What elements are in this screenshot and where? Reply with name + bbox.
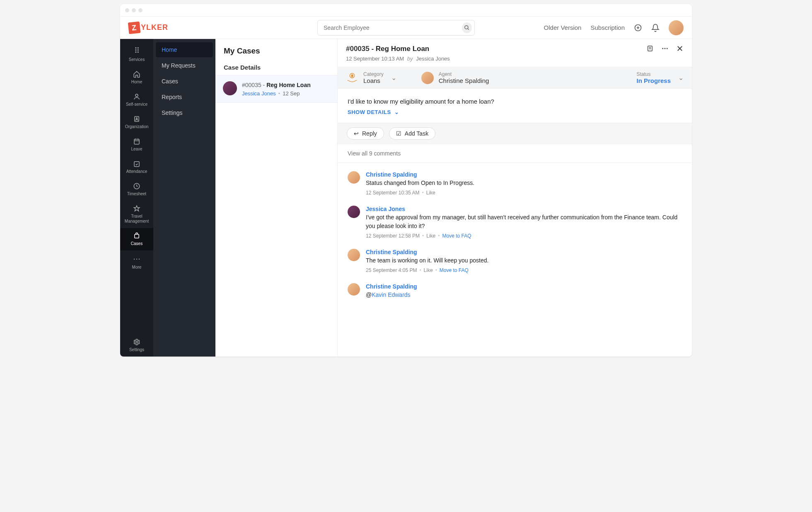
- comment-avatar: [348, 249, 360, 261]
- comment-author[interactable]: Christine Spalding: [366, 171, 474, 178]
- nav-attendance[interactable]: Attendance: [120, 156, 153, 178]
- nav-travel[interactable]: Travel Management: [120, 201, 153, 228]
- traffic-light-close[interactable]: [125, 8, 129, 12]
- add-task-button[interactable]: ☑Add Task: [389, 127, 435, 140]
- agent-avatar: [421, 72, 434, 84]
- subnav-home[interactable]: Home: [156, 42, 213, 57]
- svg-rect-14: [135, 234, 139, 238]
- subnav-cases[interactable]: Cases: [156, 74, 213, 89]
- case-info-bar: $ CategoryLoans ⌄ AgentChristine Spaldin…: [338, 67, 692, 89]
- person-icon: [133, 93, 140, 100]
- comment-item: Christine Spalding @Kavin Edwards: [348, 279, 682, 305]
- close-icon[interactable]: [676, 45, 684, 52]
- grid-icon: ⠿: [134, 46, 140, 56]
- comment-author[interactable]: Christine Spalding: [366, 283, 417, 290]
- nav-self-service[interactable]: Self-service: [120, 89, 153, 111]
- action-bar: ↩Reply ☑Add Task: [338, 123, 692, 144]
- move-faq-button[interactable]: Move to FAQ: [442, 233, 471, 239]
- subnav: Home My Requests Cases Reports Settings: [153, 39, 215, 357]
- clock-icon: [133, 182, 140, 190]
- case-name: Reg Home Loan: [266, 82, 311, 88]
- traffic-light-min[interactable]: [132, 8, 136, 12]
- detail-datetime: 12 September 10:13 AM: [346, 56, 404, 62]
- app-header: Z YLKER Older Version Subscription: [120, 17, 692, 39]
- notes-icon[interactable]: [646, 45, 654, 52]
- nav-cases[interactable]: Cases: [120, 228, 153, 250]
- case-list-item[interactable]: #00035 - Reg Home Loan Jessica Jones•12 …: [215, 75, 337, 103]
- comment-avatar: [348, 283, 360, 296]
- nav-settings[interactable]: Settings: [120, 334, 153, 357]
- move-faq-button[interactable]: Move to FAQ: [440, 267, 469, 273]
- comment-text: @Kavin Edwards: [366, 291, 417, 299]
- mention-link[interactable]: Kavin Edwards: [372, 291, 410, 298]
- nav-more[interactable]: ⋯More: [120, 250, 153, 274]
- nav-organization[interactable]: Organization: [120, 111, 153, 133]
- home-icon: [133, 70, 140, 78]
- reply-button[interactable]: ↩Reply: [347, 127, 384, 140]
- svg-point-21: [667, 48, 668, 49]
- nav-services[interactable]: ⠿Services: [120, 42, 153, 66]
- nav-home[interactable]: Home: [120, 66, 153, 89]
- subnav-settings[interactable]: Settings: [156, 105, 213, 120]
- svg-point-19: [662, 48, 663, 49]
- bell-icon[interactable]: [651, 24, 660, 32]
- like-button[interactable]: Like: [426, 190, 435, 196]
- chevron-down-icon: ⌄: [678, 74, 684, 82]
- traffic-light-max[interactable]: [138, 8, 143, 12]
- comment-time: 12 September 12:58 PM: [366, 233, 420, 239]
- svg-point-0: [465, 25, 468, 29]
- comment-item: Jessica Jones I've got the approval from…: [348, 201, 682, 245]
- case-date: 12 Sep: [283, 90, 300, 97]
- comment-author[interactable]: Christine Spalding: [366, 249, 488, 255]
- case-question: I'd like to know my eligibility amount f…: [338, 89, 692, 109]
- svg-point-5: [135, 94, 138, 97]
- like-button[interactable]: Like: [426, 233, 435, 239]
- subnav-my-requests[interactable]: My Requests: [156, 58, 213, 73]
- detail-case-name: Reg Home Loan: [376, 45, 429, 53]
- case-author[interactable]: Jessica Jones: [242, 90, 276, 97]
- comment-author[interactable]: Jessica Jones: [366, 206, 682, 212]
- subnav-reports[interactable]: Reports: [156, 90, 213, 104]
- like-button[interactable]: Like: [424, 267, 433, 273]
- comment-time: 25 September 4:05 PM: [366, 267, 417, 273]
- chevron-down-icon: ⌄: [394, 109, 399, 115]
- svg-rect-12: [134, 161, 139, 166]
- search-input[interactable]: [324, 24, 462, 31]
- profile-avatar[interactable]: [669, 20, 684, 35]
- logo: Z YLKER: [128, 22, 168, 34]
- case-author-avatar: [223, 81, 237, 95]
- list-title: My Cases: [215, 39, 337, 60]
- star-icon: [133, 205, 140, 212]
- calendar-icon: [133, 138, 140, 145]
- task-icon: ☑: [396, 130, 401, 137]
- comment-item: Christine Spalding Status changed from O…: [348, 167, 682, 201]
- add-icon[interactable]: [634, 24, 642, 32]
- svg-rect-8: [134, 139, 139, 144]
- chevron-down-icon: ⌄: [391, 74, 396, 82]
- subscription-link[interactable]: Subscription: [590, 24, 625, 31]
- older-version-link[interactable]: Older Version: [544, 24, 582, 31]
- nav-timesheet[interactable]: Timesheet: [120, 178, 153, 201]
- comment-text: I've got the approval from my manager, b…: [366, 213, 682, 231]
- svg-point-20: [665, 48, 666, 49]
- comment-avatar: [348, 206, 360, 218]
- category-selector[interactable]: $ CategoryLoans ⌄: [346, 71, 396, 84]
- comment-time: 12 September 10:35 AM: [366, 190, 419, 196]
- svg-point-7: [136, 118, 138, 119]
- nav-leave[interactable]: Leave: [120, 133, 153, 156]
- svg-text:$: $: [351, 74, 353, 78]
- comment-text: Status changed from Open to In Progress.: [366, 179, 474, 187]
- logo-badge: Z: [128, 21, 141, 34]
- view-all-comments[interactable]: View all 9 comments: [338, 144, 692, 163]
- show-details-button[interactable]: SHOW DETAILS⌄: [338, 109, 692, 123]
- more-icon[interactable]: [661, 45, 669, 52]
- org-icon: [133, 115, 140, 123]
- search-box[interactable]: [317, 20, 475, 36]
- svg-line-1: [468, 28, 469, 29]
- search-icon[interactable]: [462, 22, 472, 33]
- comment-item: Christine Spalding The team is working o…: [348, 245, 682, 279]
- status-selector[interactable]: StatusIn Progress ⌄: [636, 71, 684, 84]
- svg-point-15: [136, 341, 138, 343]
- more-icon: ⋯: [133, 255, 140, 264]
- attendance-icon: [133, 160, 140, 167]
